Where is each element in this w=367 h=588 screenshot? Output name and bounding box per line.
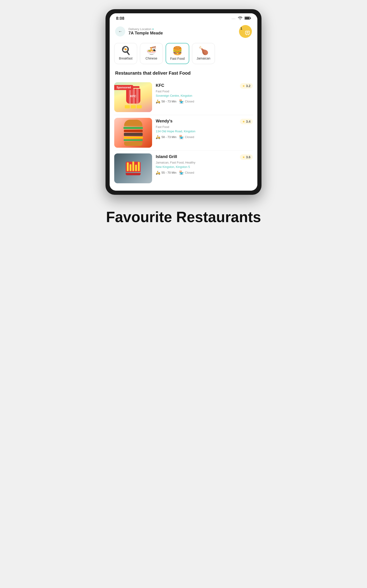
island-grill-delivery-time: 🛵 55 - 70 Min <box>156 170 176 175</box>
fries-visual <box>126 162 141 175</box>
svg-rect-2 <box>250 17 251 19</box>
kfc-closed-icon: 🏪 <box>179 99 184 104</box>
restaurant-card-kfc[interactable]: KFC Sponsored <box>114 79 253 115</box>
kfc-rating: 3.2 <box>246 84 250 88</box>
category-chinese[interactable]: 🍜 Chinese <box>140 43 163 64</box>
island-grill-name-row: Island Grill ★ 3.6 <box>156 154 253 160</box>
burger-visual <box>123 120 143 146</box>
category-breakfast[interactable]: 🍳 Breakfast <box>114 43 137 64</box>
chevron-down-icon: ▾ <box>152 27 154 31</box>
category-tabs: 🍳 Breakfast 🍜 Chinese 🍔 Fast Food 🍗 Jama… <box>110 41 257 68</box>
page-title: Favourite Restaurants <box>106 208 261 225</box>
fastfood-icon: 🍔 <box>172 47 183 55</box>
tablet-frame: 8:08 ··· <box>106 9 261 195</box>
restaurant-card-island-grill[interactable]: Island Grill ★ 3.6 Jamaican, Fast Food, … <box>114 151 253 186</box>
category-chinese-label: Chinese <box>145 57 157 60</box>
kfc-type: Fast Food <box>156 90 253 93</box>
chinese-icon: 🍜 <box>146 46 157 55</box>
cart-button[interactable]: 1 <box>239 25 252 38</box>
wendys-delivery-time: 🛵 58 - 73 Min <box>156 135 176 139</box>
jamaican-icon: 🍗 <box>198 46 209 55</box>
island-grill-location: New Kingston, Kingston 5 <box>156 165 253 169</box>
status-bar: 8:08 ··· <box>110 13 257 23</box>
kfc-info: KFC ★ 3.2 Fast Food Sovereign Centre, Ki… <box>156 82 253 104</box>
restaurant-card-wendys[interactable]: Wendy's ★ 3.4 Fast Food 134 Old Hope Roa… <box>114 115 253 151</box>
svg-rect-1 <box>245 17 250 19</box>
sponsored-badge: Sponsored <box>114 85 133 90</box>
wendys-name: Wendy's <box>156 119 173 124</box>
status-icons: ··· <box>232 16 251 21</box>
kfc-delivery-info: 🛵 58 - 73 Min 🏪 Closed <box>156 99 253 104</box>
cart-count: 1 <box>240 26 242 30</box>
wendys-rating-badge: ★ 3.4 <box>240 119 253 124</box>
kfc-star-icon: ★ <box>242 84 245 88</box>
kfc-name-row: KFC ★ 3.2 <box>156 83 253 89</box>
battery-icon <box>244 17 251 21</box>
category-fastfood[interactable]: 🍔 Fast Food <box>166 43 189 64</box>
wendys-type: Fast Food <box>156 125 253 129</box>
wendys-closed-icon: 🏪 <box>179 135 184 139</box>
kfc-location: Sovereign Centre, Kingston <box>156 94 253 97</box>
island-grill-type: Jamaican, Fast Food, Healthy <box>156 161 253 164</box>
island-grill-rating: 3.6 <box>246 155 250 159</box>
category-breakfast-label: Breakfast <box>119 57 132 60</box>
svg-point-4 <box>246 35 247 35</box>
kfc-name: KFC <box>156 83 164 88</box>
page-title-section: Favourite Restaurants <box>106 195 261 230</box>
wendys-delivery-icon: 🛵 <box>156 135 160 139</box>
wendys-delivery-info: 🛵 58 - 73 Min 🏪 Closed <box>156 135 253 139</box>
kfc-closed-badge: 🏪 Closed <box>179 99 194 104</box>
kfc-rating-badge: ★ 3.2 <box>240 83 253 89</box>
svg-point-5 <box>248 35 249 35</box>
wendys-star-icon: ★ <box>242 120 245 123</box>
tablet-screen: 8:08 ··· <box>110 13 257 191</box>
back-arrow-icon: ← <box>118 29 122 34</box>
wendys-name-row: Wendy's ★ 3.4 <box>156 119 253 124</box>
island-grill-delivery-info: 🛵 55 - 70 Min 🏪 Closed <box>156 170 253 175</box>
back-button[interactable]: ← <box>115 26 125 36</box>
island-grill-delivery-icon: 🛵 <box>156 170 160 175</box>
cart-icon <box>245 31 250 36</box>
restaurant-list: KFC Sponsored <box>110 79 257 191</box>
island-grill-name: Island Grill <box>156 154 177 159</box>
section-title: Restaurants that deliver Fast Food <box>110 68 257 79</box>
signal-dots-icon: ··· <box>232 17 236 20</box>
wendys-image <box>114 118 152 148</box>
breakfast-icon: 🍳 <box>121 46 131 55</box>
wendys-rating: 3.4 <box>246 120 250 123</box>
location-info: Delivery Location ▾ 7A Temple Meade <box>125 27 239 36</box>
category-jamaican-label: Jamaican <box>197 57 210 60</box>
island-grill-closed-icon: 🏪 <box>179 170 184 175</box>
category-jamaican[interactable]: 🍗 Jamaican <box>192 43 215 64</box>
island-grill-image <box>114 153 152 183</box>
delivery-label: Delivery Location ▾ <box>128 27 154 31</box>
kfc-image: KFC Sponsored <box>114 82 152 112</box>
wendys-location: 134 Old Hope Road, Kingston <box>156 130 253 133</box>
status-time: 8:08 <box>116 16 124 21</box>
kfc-delivery-time: 🛵 58 - 73 Min <box>156 99 176 104</box>
category-fastfood-label: Fast Food <box>170 57 185 61</box>
location-address: 7A Temple Meade <box>128 31 163 36</box>
wendys-closed-badge: 🏪 Closed <box>179 135 194 139</box>
island-grill-closed-badge: 🏪 Closed <box>179 170 194 175</box>
wendys-info: Wendy's ★ 3.4 Fast Food 134 Old Hope Roa… <box>156 118 253 139</box>
island-grill-info: Island Grill ★ 3.6 Jamaican, Fast Food, … <box>156 153 253 175</box>
wifi-icon <box>238 16 243 21</box>
kfc-delivery-icon: 🛵 <box>156 99 160 104</box>
app-header: ← Delivery Location ▾ 7A Temple Meade 1 <box>110 23 257 41</box>
island-grill-rating-badge: ★ 3.6 <box>240 154 253 160</box>
island-grill-star-icon: ★ <box>242 155 245 159</box>
